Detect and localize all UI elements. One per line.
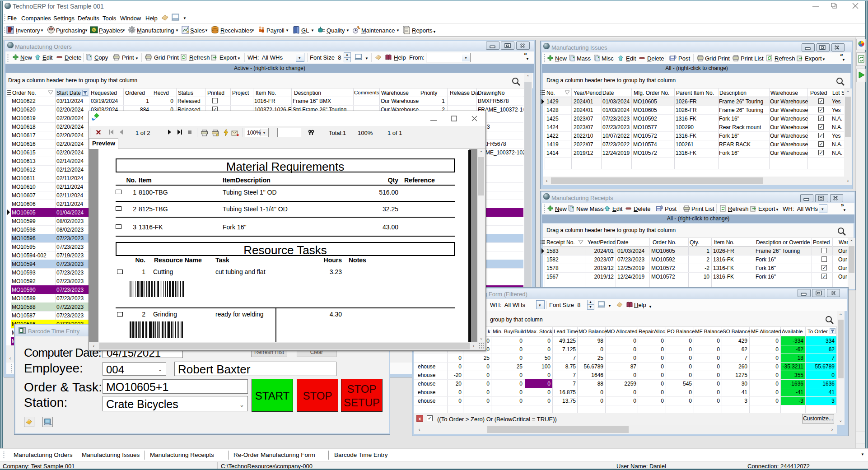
svg-text:$: $ (93, 28, 95, 32)
